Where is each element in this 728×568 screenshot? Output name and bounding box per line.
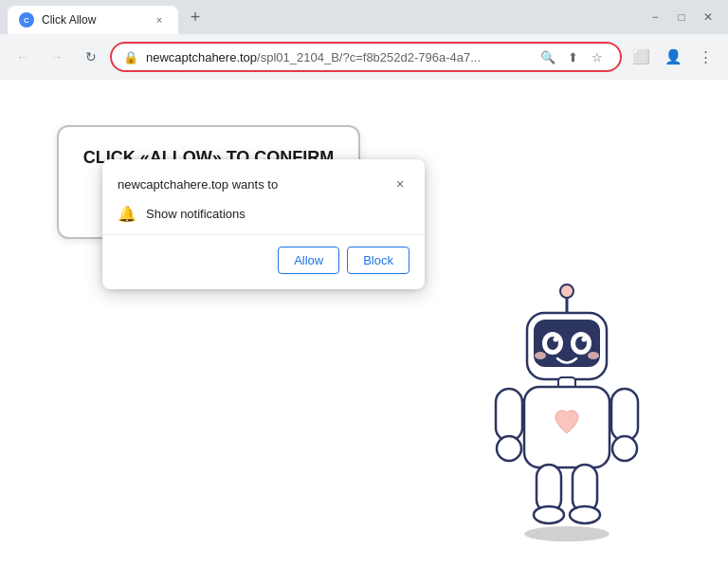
search-icon-btn[interactable]: 🔍 bbox=[537, 46, 559, 68]
tab-area: C Click Allow × + bbox=[8, 0, 635, 34]
title-bar: C Click Allow × + − □ ✕ bbox=[0, 0, 728, 34]
svg-rect-21 bbox=[573, 465, 597, 512]
tab-title: Click Allow bbox=[42, 13, 144, 27]
popup-notification-row: 🔔 Show notifications bbox=[102, 201, 425, 234]
address-bar-container: 🔒 newcaptchahere.top/spl01_2104_B/?c=f8b… bbox=[110, 42, 622, 72]
page-content: newcaptchahere.top wants to × 🔔 Show not… bbox=[0, 80, 728, 568]
address-bar[interactable]: 🔒 newcaptchahere.top/spl01_2104_B/?c=f8b… bbox=[110, 42, 622, 72]
allow-button[interactable]: Allow bbox=[278, 247, 339, 274]
notification-label: Show notifications bbox=[146, 207, 246, 221]
bell-icon: 🔔 bbox=[118, 205, 136, 223]
popup-buttons: Allow Block bbox=[102, 247, 425, 289]
address-path: /spl01_2104_B/?c=f8b252d2-796a-4a7... bbox=[257, 50, 481, 64]
svg-point-11 bbox=[535, 352, 546, 359]
tab-favicon: C bbox=[19, 12, 34, 27]
robot-svg bbox=[463, 280, 671, 545]
svg-point-9 bbox=[554, 338, 558, 342]
svg-point-0 bbox=[524, 526, 610, 541]
menu-button[interactable]: ⋮ bbox=[690, 42, 720, 72]
toolbar-actions: ⬜ 👤 ⋮ bbox=[626, 42, 720, 72]
popup-divider bbox=[102, 234, 425, 235]
profile-button[interactable]: 👤 bbox=[658, 42, 688, 72]
toolbar: ← → ↻ 🔒 newcaptchahere.top/spl01_2104_B/… bbox=[0, 34, 728, 80]
active-tab[interactable]: C Click Allow × bbox=[8, 6, 178, 34]
svg-point-20 bbox=[534, 506, 564, 523]
split-view-button[interactable]: ⬜ bbox=[626, 42, 656, 72]
minimize-button[interactable]: − bbox=[643, 5, 667, 29]
new-tab-button[interactable]: + bbox=[182, 4, 209, 30]
address-domain: newcaptchahere.top bbox=[146, 50, 257, 64]
browser-window: C Click Allow × + − □ ✕ ← → ↻ 🔒 newcaptc… bbox=[0, 0, 728, 568]
maximize-button[interactable]: □ bbox=[669, 5, 694, 29]
bookmark-icon-btn[interactable]: ☆ bbox=[586, 46, 609, 68]
svg-point-2 bbox=[560, 284, 573, 298]
svg-rect-19 bbox=[537, 465, 561, 512]
back-button[interactable]: ← bbox=[8, 42, 38, 72]
svg-point-12 bbox=[588, 352, 599, 359]
forward-button[interactable]: → bbox=[42, 42, 72, 72]
refresh-button[interactable]: ↻ bbox=[76, 42, 106, 72]
share-icon-btn[interactable]: ⬆ bbox=[561, 46, 584, 68]
block-button[interactable]: Block bbox=[347, 247, 410, 274]
tab-close-button[interactable]: × bbox=[152, 12, 167, 27]
svg-point-16 bbox=[497, 436, 521, 461]
svg-rect-17 bbox=[611, 389, 638, 441]
svg-point-18 bbox=[612, 436, 637, 461]
popup-close-button[interactable]: × bbox=[391, 174, 410, 193]
robot-illustration bbox=[463, 280, 671, 549]
svg-point-10 bbox=[582, 338, 587, 342]
popup-header: newcaptchahere.top wants to × bbox=[102, 159, 425, 201]
svg-point-22 bbox=[570, 506, 600, 523]
popup-site-name: newcaptchahere.top wants to bbox=[118, 177, 278, 192]
address-text: newcaptchahere.top/spl01_2104_B/?c=f8b25… bbox=[146, 50, 529, 64]
lock-icon: 🔒 bbox=[123, 50, 138, 64]
svg-rect-15 bbox=[496, 389, 522, 441]
permission-popup: newcaptchahere.top wants to × 🔔 Show not… bbox=[102, 159, 425, 289]
close-button[interactable]: ✕ bbox=[696, 5, 720, 29]
address-actions: 🔍 ⬆ ☆ bbox=[537, 46, 609, 68]
window-controls: − □ ✕ bbox=[643, 5, 720, 29]
